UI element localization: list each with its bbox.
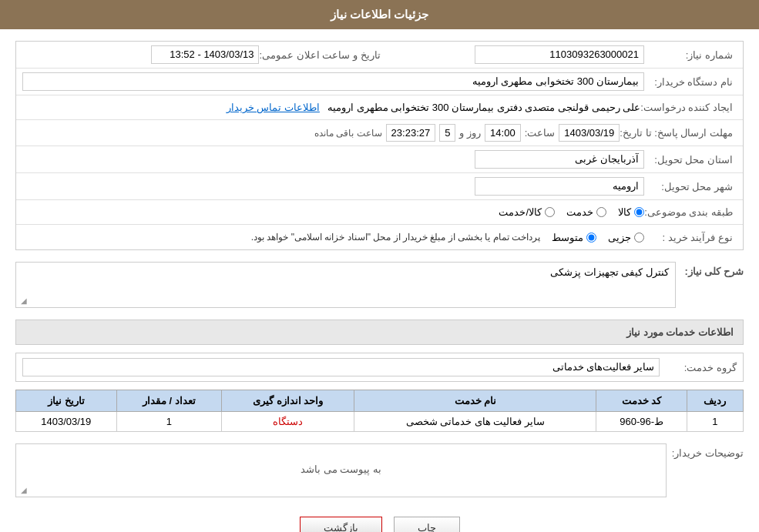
purchase-type-option-motevaset[interactable]: متوسط bbox=[552, 232, 596, 243]
buttons-row: چاپ بازگشت bbox=[15, 509, 744, 532]
announce-date-label: تاریخ و ساعت اعلان عمومی: bbox=[259, 49, 384, 61]
buyer-notes-box: به پیوست می باشد ◢ bbox=[15, 443, 667, 497]
category-radio-khedmat[interactable] bbox=[596, 207, 606, 217]
purchase-type-row: نوع فرآیند خرید : جزیی متوسط پرداخت تمام… bbox=[16, 225, 743, 249]
category-radio-group: کالا خدمت کالا/خدمت bbox=[22, 206, 644, 218]
purchase-type-radio-motevaset[interactable] bbox=[586, 233, 596, 243]
category-label-kala-khedmat: کالا/خدمت bbox=[499, 206, 542, 218]
buyer-notes-resize-handle[interactable]: ◢ bbox=[18, 486, 27, 495]
creator-row: ایجاد کننده درخواست: علی رحیمی قولنجی مت… bbox=[16, 95, 743, 120]
purchase-type-label-motevaset: متوسط bbox=[552, 232, 583, 243]
cell-qty: 1 bbox=[116, 412, 222, 432]
province-value: آذربایجان غربی bbox=[475, 150, 644, 169]
category-option-kala[interactable]: کالا bbox=[618, 206, 644, 218]
category-label-khedmat: خدمت bbox=[566, 206, 593, 218]
category-label: طبقه بندی موضوعی: bbox=[644, 206, 737, 218]
need-desc-content: کنترل کیفی تجهیزات پزشکی ◢ bbox=[15, 262, 676, 308]
deadline-row: مهلت ارسال پاسخ: تا تاریخ: 1403/03/19 سا… bbox=[16, 120, 743, 146]
need-number-label: شماره نیاز: bbox=[644, 49, 737, 61]
deadline-days: 5 bbox=[439, 124, 455, 142]
service-group-row: گروه خدمت: سایر فعالیت‌های خدماتی bbox=[15, 353, 744, 382]
print-button[interactable]: چاپ bbox=[394, 517, 460, 532]
cell-date: 1403/03/19 bbox=[16, 412, 117, 432]
service-group-value: سایر فعالیت‌های خدماتی bbox=[22, 358, 660, 376]
buyer-notes-label: توضیحات خریدار: bbox=[667, 443, 744, 459]
deadline-date-row: 1403/03/19 ساعت: 14:00 روز و 5 23:23:27 … bbox=[22, 124, 620, 142]
main-content: شماره نیاز: 1103093263000021 تاریخ و ساع… bbox=[0, 29, 759, 532]
announce-date-value: 1403/03/13 - 13:52 bbox=[151, 45, 259, 64]
category-option-kala-khedmat[interactable]: کالا/خدمت bbox=[499, 206, 555, 218]
buyer-notes-section: توضیحات خریدار: به پیوست می باشد ◢ bbox=[15, 443, 744, 497]
creator-value: علی رحیمی قولنجی متصدی دفتری بیمارستان 3… bbox=[327, 102, 640, 113]
buyer-name-value: بیمارستان 300 تختخوابی مطهری ارومیه bbox=[22, 72, 644, 91]
info-section: شماره نیاز: 1103093263000021 تاریخ و ساع… bbox=[15, 41, 744, 250]
table-row: 1 ط-96-960 سایر فعالیت های خدماتی شخصی د… bbox=[16, 412, 744, 432]
buyer-name-row: نام دستگاه خریدار: بیمارستان 300 تختخواب… bbox=[16, 69, 743, 95]
resize-handle[interactable]: ◢ bbox=[18, 296, 27, 306]
col-header-row: ردیف bbox=[687, 390, 743, 412]
buyer-name-label: نام دستگاه خریدار: bbox=[644, 76, 737, 88]
back-button[interactable]: بازگشت bbox=[300, 517, 382, 532]
need-desc-value: کنترل کیفی تجهیزات پزشکی bbox=[550, 266, 669, 278]
deadline-remaining: 23:23:27 bbox=[386, 124, 436, 142]
need-number-value-box: 1103093263000021 bbox=[408, 45, 644, 64]
purchase-type-label-jozi: جزیی bbox=[608, 232, 631, 243]
buyer-name-value-box: بیمارستان 300 تختخوابی مطهری ارومیه bbox=[22, 72, 644, 91]
category-option-khedmat[interactable]: خدمت bbox=[566, 206, 606, 218]
deadline-time: 14:00 bbox=[485, 124, 521, 142]
province-label: استان محل تحویل: bbox=[644, 154, 737, 166]
deadline-time-label: ساعت: bbox=[525, 127, 556, 139]
services-section-title: اطلاعات خدمات مورد نیاز bbox=[15, 320, 744, 345]
deadline-remaining-label: ساعت باقی مانده bbox=[314, 128, 382, 139]
announce-date-value-box: 1403/03/13 - 13:52 bbox=[22, 45, 259, 64]
purchase-type-radio-group: جزیی متوسط پرداخت تمام یا بخشی از مبلغ خ… bbox=[22, 232, 644, 243]
category-row: طبقه بندی موضوعی: کالا خدمت کالا/خدمت bbox=[16, 200, 743, 225]
services-table-header-row: ردیف کد خدمت نام خدمت واحد اندازه گیری ت… bbox=[16, 390, 744, 412]
category-radio-kala[interactable] bbox=[634, 207, 644, 217]
need-desc-label: شرح کلی نیاز: bbox=[682, 262, 744, 277]
city-label: شهر محل تحویل: bbox=[644, 181, 737, 192]
buyer-notes-placeholder: به پیوست می باشد bbox=[20, 448, 662, 475]
services-table: ردیف کد خدمت نام خدمت واحد اندازه گیری ت… bbox=[15, 390, 744, 432]
cell-name: سایر فعالیت های خدماتی شخصی bbox=[354, 412, 596, 432]
deadline-date: 1403/03/19 bbox=[559, 124, 620, 142]
need-number-value: 1103093263000021 bbox=[475, 45, 644, 64]
purchase-type-note: پرداخت تمام یا بخشی از مبلغ خریدار از مح… bbox=[22, 232, 540, 243]
city-row: شهر محل تحویل: ارومیه bbox=[16, 173, 743, 200]
cell-unit: دستگاه bbox=[222, 412, 354, 432]
city-value: ارومیه bbox=[475, 177, 644, 196]
col-header-qty: تعداد / مقدار bbox=[116, 390, 222, 412]
service-group-label: گروه خدمت: bbox=[660, 362, 737, 373]
need-description-wrapper: شرح کلی نیاز: کنترل کیفی تجهیزات پزشکی ◢ bbox=[15, 262, 744, 308]
col-header-name: نام خدمت bbox=[354, 390, 596, 412]
col-header-unit: واحد اندازه گیری bbox=[222, 390, 354, 412]
services-table-head: ردیف کد خدمت نام خدمت واحد اندازه گیری ت… bbox=[16, 390, 744, 412]
creator-label: ایجاد کننده درخواست: bbox=[640, 102, 737, 113]
purchase-type-label: نوع فرآیند خرید : bbox=[644, 232, 737, 243]
contact-link[interactable]: اطلاعات تماس خریدار bbox=[227, 102, 320, 113]
province-value-box: آذربایجان غربی bbox=[22, 150, 644, 169]
purchase-type-radio-jozi[interactable] bbox=[634, 233, 644, 243]
province-row: استان محل تحویل: آذربایجان غربی bbox=[16, 146, 743, 173]
page-title: جزئیات اطلاعات نیاز bbox=[331, 8, 428, 21]
col-header-date: تاریخ نیاز bbox=[16, 390, 117, 412]
purchase-type-option-jozi[interactable]: جزیی bbox=[608, 232, 644, 243]
cell-code: ط-96-960 bbox=[596, 412, 687, 432]
deadline-label: مهلت ارسال پاسخ: تا تاریخ: bbox=[620, 127, 737, 139]
cell-row: 1 bbox=[687, 412, 743, 432]
need-number-row: شماره نیاز: 1103093263000021 تاریخ و ساع… bbox=[16, 42, 743, 69]
city-value-box: ارومیه bbox=[22, 177, 644, 196]
page-wrapper: جزئیات اطلاعات نیاز شماره نیاز: 11030932… bbox=[0, 0, 759, 532]
category-radio-kala-khedmat[interactable] bbox=[545, 207, 555, 217]
creator-value-box: علی رحیمی قولنجی متصدی دفتری بیمارستان 3… bbox=[22, 102, 640, 113]
category-label-kala: کالا bbox=[618, 206, 631, 218]
deadline-days-label: روز و bbox=[459, 127, 481, 139]
page-header: جزئیات اطلاعات نیاز bbox=[0, 0, 759, 29]
services-table-body: 1 ط-96-960 سایر فعالیت های خدماتی شخصی د… bbox=[16, 412, 744, 432]
col-header-code: کد خدمت bbox=[596, 390, 687, 412]
